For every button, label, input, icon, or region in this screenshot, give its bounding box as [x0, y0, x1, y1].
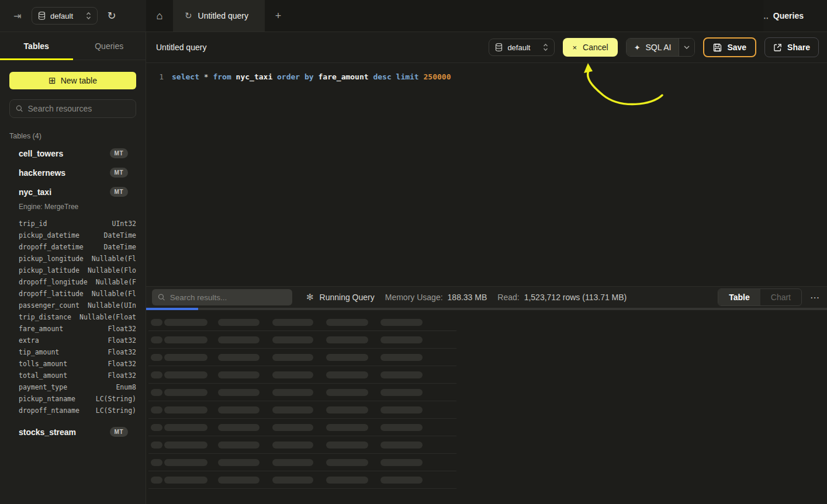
column-row[interactable]: dropoff_datetimeDateTime [19, 241, 136, 253]
query-header: Untitled query default × Cancel [146, 32, 827, 63]
topbar-database-selector[interactable]: default [32, 7, 98, 25]
column-row[interactable]: pickup_latitudeNullable(Flo [19, 265, 136, 276]
cancel-button[interactable]: × Cancel [563, 38, 617, 57]
column-row[interactable]: pickup_datetimeDateTime [19, 230, 136, 241]
search-icon [16, 105, 23, 113]
skeleton-cell [272, 406, 313, 413]
skeleton-cell [218, 389, 259, 396]
column-row[interactable]: trip_idUInt32 [19, 218, 136, 230]
column-row[interactable]: dropoff_ntanameLC(String) [19, 405, 136, 416]
column-row[interactable]: passenger_countNullable(UIn [19, 300, 136, 311]
table-item-cell_towers[interactable]: cell_towersMT [0, 144, 146, 163]
share-button[interactable]: Share [764, 37, 819, 57]
sql-editor[interactable]: 1 select * from nyc_taxi order by fare_a… [146, 63, 827, 286]
skeleton-cell [218, 371, 259, 378]
column-type: Nullable(UIn [88, 301, 136, 310]
column-row[interactable]: dropoff_longitudeNullable(F [19, 276, 136, 288]
skeleton-cell [272, 424, 313, 431]
column-row[interactable]: extraFloat32 [19, 335, 136, 346]
queries-link[interactable]: ‥ Queries [763, 11, 804, 20]
column-row[interactable]: dropoff_latitudeNullable(Fl [19, 288, 136, 300]
sidebar-search[interactable] [9, 99, 136, 118]
column-name: trip_distance [19, 313, 71, 321]
sidebar-tab-tables[interactable]: Tables [0, 32, 73, 60]
skeleton-cell [151, 371, 162, 378]
tables-list: cell_towersMThackernewsMTnyc_taxiMTEngin… [0, 144, 146, 442]
skeleton-row [146, 454, 827, 471]
column-name: pickup_ntaname [19, 395, 75, 403]
table-item-nyc_taxi[interactable]: nyc_taxiMT [0, 182, 146, 201]
column-type: Nullable(Fl [92, 255, 136, 263]
save-button[interactable]: Save [703, 37, 756, 57]
database-icon [495, 43, 503, 51]
results-search[interactable] [152, 289, 292, 305]
skeleton-row [146, 349, 827, 366]
table-item-stocks_stream[interactable]: stocks_streamMT [0, 422, 146, 442]
read-value: 1,523,712 rows (113.71 MB) [524, 293, 627, 302]
share-icon [773, 43, 782, 52]
skeleton-cell [218, 354, 259, 361]
column-name: dropoff_longitude [19, 278, 88, 286]
loading-spinner-icon: ✻ [306, 292, 314, 303]
skeleton-cell [218, 406, 259, 413]
sidebar-search-input[interactable] [28, 104, 130, 113]
sql-ai-button[interactable]: ✦ SQL AI [626, 38, 695, 57]
column-row[interactable]: pickup_ntanameLC(String) [19, 393, 136, 405]
column-type: DateTime [104, 231, 136, 239]
more-options-icon[interactable]: ⋯ [810, 292, 820, 303]
skeleton-row [146, 331, 827, 349]
column-row[interactable]: pickup_longitudeNullable(Fl [19, 253, 136, 265]
results-search-input[interactable] [170, 293, 286, 302]
query-progress-track [146, 308, 827, 310]
skeleton-cell [272, 336, 313, 343]
line-number: 1 [146, 71, 164, 83]
tab-untitled-query[interactable]: ↻ Untitled query [173, 0, 265, 32]
database-icon [38, 12, 46, 20]
column-row[interactable]: trip_distanceNullable(Float [19, 311, 136, 323]
query-database-selector[interactable]: default [489, 39, 555, 56]
view-toggle-chart[interactable]: Chart [760, 289, 801, 305]
view-toggle-table[interactable]: Table [718, 289, 760, 305]
skeleton-cell [218, 459, 259, 466]
sql-ai-main[interactable]: ✦ SQL AI [627, 39, 679, 56]
table-item-hackernews[interactable]: hackernewsMT [0, 163, 146, 182]
results-loading-skeleton [146, 310, 827, 489]
column-row[interactable]: total_amountFloat32 [19, 370, 136, 381]
table-grid-icon: ⊞ [49, 75, 56, 86]
new-tab-button[interactable]: + [265, 0, 292, 32]
query-database-value: default [507, 43, 530, 52]
tab-loading-icon: ↻ [185, 11, 192, 21]
skeleton-cell [164, 336, 207, 343]
refresh-icon[interactable]: ↻ [105, 9, 119, 23]
selector-chevron-icon [543, 43, 548, 51]
skeleton-cell [380, 424, 423, 431]
collapse-sidebar-icon[interactable]: ⇥ [11, 9, 25, 23]
column-name: pickup_longitude [19, 255, 84, 263]
column-row[interactable]: payment_typeEnum8 [19, 381, 136, 393]
tab-strip: ⌂ ↻ Untitled query + [146, 0, 763, 32]
column-row[interactable]: tip_amountFloat32 [19, 346, 136, 358]
skeleton-cell [272, 389, 313, 396]
query-header-actions: default × Cancel ✦ SQL AI [489, 37, 819, 57]
engine-badge: MT [110, 187, 128, 197]
column-type: Float32 [108, 348, 136, 356]
skeleton-cell [164, 319, 207, 326]
column-row[interactable]: fare_amountFloat32 [19, 323, 136, 335]
column-name: payment_type [19, 383, 67, 391]
skeleton-cell [272, 371, 313, 378]
column-type: UInt32 [112, 220, 136, 228]
sparkle-icon: ✦ [634, 43, 641, 52]
sql-ai-dropdown[interactable] [679, 39, 694, 56]
sidebar-tab-queries[interactable]: Queries [73, 32, 146, 60]
skeleton-cell [218, 442, 259, 449]
column-type: Float32 [108, 336, 136, 345]
home-icon[interactable]: ⌂ [146, 0, 173, 32]
column-row[interactable]: tolls_amountFloat32 [19, 358, 136, 370]
column-type: Enum8 [116, 383, 136, 391]
skeleton-cell [272, 354, 313, 361]
topbar-database-value: default [50, 12, 73, 20]
new-table-button[interactable]: ⊞ New table [9, 72, 136, 89]
skeleton-cell [151, 336, 162, 343]
skeleton-cell [218, 336, 259, 343]
skeleton-cell [380, 371, 423, 378]
